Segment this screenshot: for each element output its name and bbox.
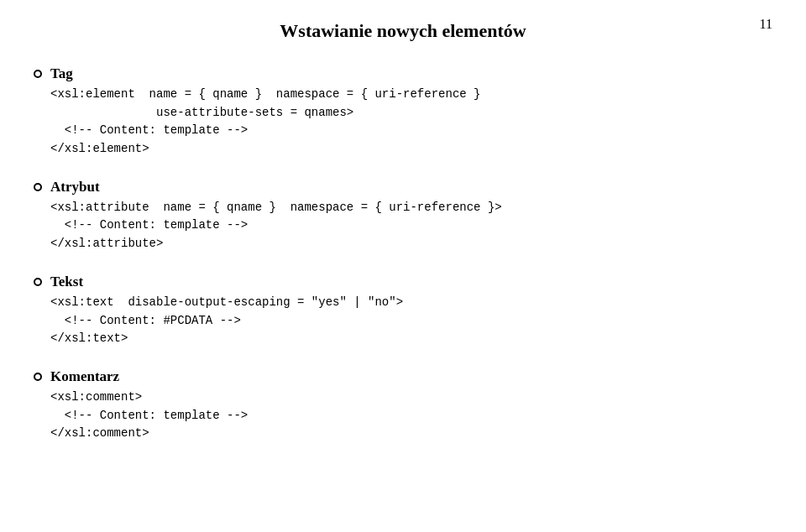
section-title-atrybut: Atrybut bbox=[50, 179, 100, 196]
section-title-komentarz: Komentarz bbox=[50, 368, 119, 385]
page-number: 11 bbox=[760, 17, 772, 32]
page-container: 11 Wstawianie nowych elementów Tag<xsl:e… bbox=[0, 0, 806, 532]
sections-container: Tag<xsl:element name = { qname } namespa… bbox=[34, 65, 772, 443]
section-header-komentarz: Komentarz bbox=[34, 368, 772, 385]
code-block-komentarz: <xsl:comment> <!-- Content: template -->… bbox=[50, 389, 772, 443]
section-header-tag: Tag bbox=[34, 65, 772, 82]
section-header-tekst: Tekst bbox=[34, 274, 772, 290]
section-title-tag: Tag bbox=[50, 65, 73, 82]
bullet-icon-atrybut bbox=[34, 183, 42, 191]
code-block-tag: <xsl:element name = { qname } namespace … bbox=[50, 86, 772, 159]
section-tekst: Tekst<xsl:text disable-output-escaping =… bbox=[34, 274, 772, 348]
section-header-atrybut: Atrybut bbox=[34, 179, 772, 196]
section-atrybut: Atrybut<xsl:attribute name = { qname } n… bbox=[34, 179, 772, 253]
code-block-tekst: <xsl:text disable-output-escaping = "yes… bbox=[50, 294, 772, 348]
code-block-atrybut: <xsl:attribute name = { qname } namespac… bbox=[50, 199, 772, 253]
bullet-icon-tekst bbox=[34, 278, 42, 286]
bullet-icon-tag bbox=[34, 70, 42, 78]
section-tag: Tag<xsl:element name = { qname } namespa… bbox=[34, 65, 772, 159]
page-title: Wstawianie nowych elementów bbox=[34, 20, 772, 42]
bullet-icon-komentarz bbox=[34, 373, 42, 381]
section-komentarz: Komentarz<xsl:comment> <!-- Content: tem… bbox=[34, 368, 772, 443]
section-title-tekst: Tekst bbox=[50, 274, 83, 290]
